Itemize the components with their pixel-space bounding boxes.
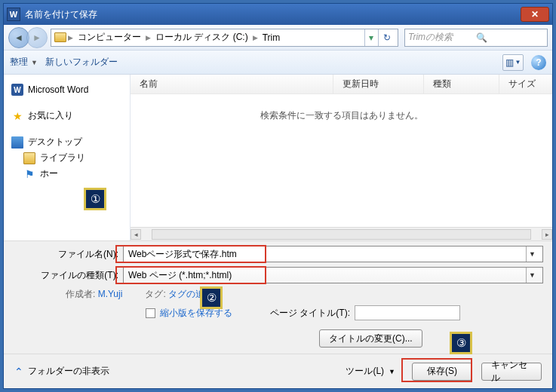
search-placeholder: Trimの検索 (408, 31, 476, 44)
change-title-button[interactable]: タイトルの変更(C)... (319, 329, 422, 348)
path-seg-computer[interactable]: コンピューター (75, 31, 144, 44)
annotation-1: ① (84, 188, 106, 210)
folder-icon (54, 32, 66, 42)
column-headers: 名前 更新日時 種類 サイズ (131, 75, 552, 94)
scroll-left-icon[interactable]: ◂ (131, 229, 141, 240)
app-icon: W (7, 8, 20, 21)
footer: ⌃ フォルダーの非表示 ツール(L)▼ 保存(S) キャンセル ③ (4, 354, 552, 388)
col-name[interactable]: 名前 (131, 75, 333, 93)
chevron-right-icon: ▶ (146, 34, 151, 41)
empty-message: 検索条件に一致する項目はありません。 (131, 94, 552, 227)
nav-forward-button[interactable]: ► (26, 27, 48, 48)
chevron-down-icon[interactable]: ▼ (526, 247, 538, 262)
path-seg-folder[interactable]: Trim (260, 32, 284, 43)
page-title-input[interactable] (355, 305, 460, 320)
filetype-select[interactable]: Web ページ (*.htm;*.html) ▼ (123, 267, 543, 283)
title-bar: W 名前を付けて保存 ✕ (4, 4, 552, 25)
chevron-right-icon: ▶ (253, 34, 258, 41)
save-as-dialog: W 名前を付けて保存 ✕ ◄ ► ▶ コンピューター ▶ ローカル ディスク (… (3, 3, 553, 389)
window-title: 名前を付けて保存 (25, 8, 521, 21)
view-options-button[interactable]: ▥ ▼ (502, 54, 524, 71)
hide-folders-toggle[interactable]: ⌃ フォルダーの非表示 (14, 365, 109, 378)
sidebar-item-word[interactable]: W Microsoft Word (7, 82, 127, 97)
page-title-label: ページ タイトル(T): (270, 307, 350, 320)
h-scrollbar[interactable]: ◂ ▸ (131, 227, 552, 240)
annotation-3: ③ (450, 332, 472, 354)
organize-menu[interactable]: 整理▼ (10, 56, 38, 69)
sidebar-item-favorites[interactable]: ★ お気に入り (7, 108, 127, 124)
chevron-down-icon[interactable]: ▼ (526, 268, 538, 283)
path-seg-drive[interactable]: ローカル ディスク (C:) (152, 31, 251, 44)
filename-label: ファイル名(N): (13, 248, 118, 261)
star-icon: ★ (11, 110, 23, 122)
col-size[interactable]: サイズ (499, 75, 552, 93)
nav-bar: ◄ ► ▶ コンピューター ▶ ローカル ディスク (C:) ▶ Trim ▾ … (4, 25, 552, 51)
refresh-button[interactable]: ↻ (378, 29, 395, 46)
word-icon: W (11, 84, 23, 96)
col-date[interactable]: 更新日時 (333, 75, 424, 93)
search-icon: 🔍 (476, 32, 544, 43)
scroll-right-icon[interactable]: ▸ (542, 229, 552, 240)
sidebar-item-desktop[interactable]: デスクトップ (7, 134, 127, 150)
col-type[interactable]: 種類 (424, 75, 499, 93)
tools-menu[interactable]: ツール(L)▼ (346, 365, 395, 378)
toolbar: 整理▼ 新しいフォルダー ▥ ▼ ? (4, 51, 552, 75)
sidebar: W Microsoft Word ★ お気に入り デスクトップ ライブラリ ⚑ … (4, 75, 131, 240)
save-button[interactable]: 保存(S) (412, 363, 472, 381)
sidebar-item-homegroup[interactable]: ⚑ ホー (7, 166, 127, 182)
new-folder-button[interactable]: 新しいフォルダー (45, 56, 118, 69)
annotation-2: ② (200, 286, 223, 309)
breadcrumb[interactable]: ▶ コンピューター ▶ ローカル ディスク (C:) ▶ Trim ▾ ↻ (51, 29, 398, 47)
history-dropdown[interactable]: ▾ (364, 29, 376, 46)
file-pane: 名前 更新日時 種類 サイズ 検索条件に一致する項目はありません。 ◂ ▸ (131, 75, 552, 240)
author-value[interactable]: M.Yuji (98, 289, 123, 299)
close-button[interactable]: ✕ (521, 7, 549, 22)
thumbnail-checkbox[interactable] (146, 308, 155, 318)
chevron-up-icon: ⌃ (14, 366, 23, 378)
filetype-label: ファイルの種類(T): (13, 269, 118, 282)
cancel-button[interactable]: キャンセル (481, 363, 542, 381)
tag-label: タグ: (145, 289, 165, 299)
library-icon (23, 152, 35, 164)
chevron-right-icon: ▶ (68, 34, 73, 41)
sidebar-item-libraries[interactable]: ライブラリ (7, 150, 127, 166)
help-button[interactable]: ? (531, 55, 546, 70)
homegroup-icon: ⚑ (23, 168, 35, 180)
author-label: 作成者: (66, 289, 95, 299)
desktop-icon (11, 136, 23, 149)
search-input[interactable]: Trimの検索 🔍 (404, 29, 548, 47)
filename-input[interactable]: Webページ形式で保存.htm ▼ (123, 246, 543, 262)
